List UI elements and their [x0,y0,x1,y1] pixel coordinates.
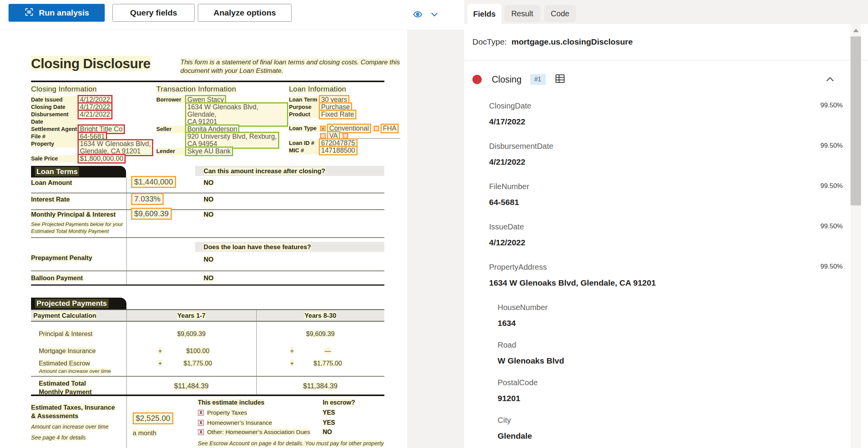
section-name: Closing [492,74,522,85]
app-window: Run analysis Query fields Analyze option… [0,0,868,448]
doc-intro: This form is a statement of final loan t… [180,58,400,75]
doc-label: Product [289,111,320,118]
loan-terms-table: Loan Terms Can this amount increase afte… [31,166,384,286]
tab-code[interactable]: Code [544,5,576,22]
tab-strip: Fields Result Code [464,0,868,24]
scrollbar-thumb[interactable] [851,36,861,205]
prepayment-penalty-label: Prepayment Penalty [31,254,92,262]
bbox-orange-mic[interactable]: 147188500 [319,146,358,155]
doc-label: Date Issued [31,96,79,103]
run-analysis-button[interactable]: Run analysis [9,4,105,22]
escrow-footnote: See Escrow Account on page 4 for details… [198,439,384,448]
bbox-orange-loan-amount[interactable]: $1,440,000 [131,176,176,188]
bbox-green-lender[interactable]: Skye AU Bank [185,146,233,156]
bbox-red-sale-price[interactable]: $1,800,000.00 [78,154,126,164]
loan-terms-header-bar: Loan Terms [31,166,126,177]
scan-icon [24,7,34,19]
doc-label: Borrower [156,96,186,103]
bbox-orange-fha[interactable]: FHA [380,124,399,133]
doc-label: Sale Price [31,155,79,162]
estimated-escrow-y17: $1,775.00 [147,360,248,367]
confidence-value: 99.50% [820,142,843,150]
mortgage-insurance-label: Mortgage Insurance [39,347,96,355]
doc-label: Lender [156,148,186,155]
estimated-total-y17: $11,484.39 [126,382,256,390]
loan-terms-question1: Can this amount increase after closing? [195,166,384,176]
a-month-label: a month [133,429,156,437]
checkbox-conventional-checked[interactable]: x [320,126,326,131]
field-row-propertyaddress[interactable]: PropertyAddress 1634 W Glenoaks Blvd, Gl… [464,257,851,298]
bbox-orange-interest-rate[interactable]: 7.033% [131,193,164,205]
tab-fields[interactable]: Fields [467,4,501,24]
confidence-value: 99.50% [820,102,843,109]
checkbox-property-taxes[interactable]: X [198,410,204,416]
checkbox-homeowners-insurance[interactable]: X [198,420,204,426]
fields-list: ClosingDate 4/17/2022 99.50% Disbursemen… [464,96,851,448]
document-viewer: Closing Disclosure This form is a statem… [0,30,464,448]
query-fields-button[interactable]: Query fields [112,4,195,22]
mortgage-insurance-y17: $100.00 [147,347,248,355]
doc-label: Seller [156,126,186,133]
principal-interest-y830: $9,609.39 [256,330,384,338]
query-fields-label: Query fields [130,8,177,17]
doc-title: Closing Disclosure [31,56,150,71]
field-row-housenumber[interactable]: HouseNumber 1634 [464,298,851,335]
loan-type-blank-line [351,133,400,139]
principal-interest-label: Principal & Interest [39,330,92,338]
bbox-orange-taxes-amount[interactable]: $2,525.00 [133,412,173,424]
doctype-row: DocType:mortgage.us.closingDisclosure [472,37,633,47]
doc-label: Disbursement Date [31,111,79,126]
checkbox-other-hoa-dues[interactable]: X [198,429,204,435]
instance-badge: #1 [530,74,546,85]
bbox-orange-product[interactable]: Fixed Rate [319,110,356,119]
field-row-filenumber[interactable]: FileNumber 64-5681 99.50% [464,177,851,217]
viewer-gutter [407,30,464,448]
document-page[interactable]: Closing Disclosure This form is a statem… [0,30,407,448]
fields-panel: Fields Result Code DocType:mortgage.us.c… [464,0,868,448]
field-row-closingdate[interactable]: ClosingDate 4/17/2022 99.50% [464,96,851,136]
chevron-down-icon[interactable] [430,10,439,21]
estimated-taxes-section: Estimated Taxes, Insurance & Assessments… [31,396,384,448]
loan-terms-question2: Does the loan have these features? [195,242,384,252]
field-row-city[interactable]: City Glendale [464,410,851,448]
doc-label: Loan Term [289,96,320,103]
closing-section-header[interactable]: Closing #1 [472,71,845,88]
estimated-escrow-label: Estimated Escrow [39,360,90,367]
transaction-info-header: Transaction Information [156,85,288,93]
balloon-payment-answer: NO [204,274,214,282]
doc-label: Property [31,140,79,148]
panel-divider [464,60,868,60]
confidence-value: 99.50% [820,182,843,190]
tab-result[interactable]: Result [504,5,540,22]
field-row-issuedate[interactable]: IssueDate 4/12/2022 99.50% [464,217,851,257]
estimated-escrow-note: Amount can increase over time [39,368,111,375]
panel-scrollbar[interactable] [851,24,861,448]
prepayment-penalty-answer: NO [204,256,214,264]
red-dot-icon [472,75,482,84]
escrow-no: NO [323,429,332,436]
estimated-taxes-label: Estimated Taxes, Insurance & Assessments [31,403,115,420]
interest-rate-label: Interest Rate [31,196,70,203]
transaction-information-column: Transaction Information Borrower Gwen St… [156,85,288,155]
checkbox-va-empty[interactable] [320,133,326,139]
taxes-item-row: X Homeowner’s Insurance [198,419,272,426]
bbox-green-borrower-address[interactable]: 1634 W Glenoaks Blvd, Glendale, CA 91201 [185,102,288,127]
taxes-note2: See page 4 for details [31,434,86,441]
estimated-total-label: Estimated Total Monthly Payment [39,379,92,396]
checkbox-other-empty[interactable] [342,133,348,139]
table-grid-icon[interactable] [554,73,566,86]
view-controls [412,9,439,21]
scrollbar-up-arrow[interactable] [853,29,859,32]
bbox-red-disbursement-date[interactable]: 4/21/2022 [78,110,112,119]
eye-icon[interactable] [412,9,424,21]
confidence-value: 99.50% [820,222,843,230]
field-row-disbursementdate[interactable]: DisbursementDate 4/21/2022 99.50% [464,136,851,177]
field-row-postalcode[interactable]: PostalCode 91201 [464,373,851,410]
checkbox-fha-empty[interactable] [373,126,379,131]
collapse-chevron-up-icon[interactable] [825,74,835,86]
field-row-road[interactable]: Road W Glenoaks Blvd [464,335,851,373]
doc-label: File # [31,133,79,140]
loan-amount-answer: NO [204,179,214,187]
bbox-orange-monthly-pi[interactable]: $9,609.39 [131,208,172,220]
analyze-options-button[interactable]: Analyze options [198,4,292,22]
